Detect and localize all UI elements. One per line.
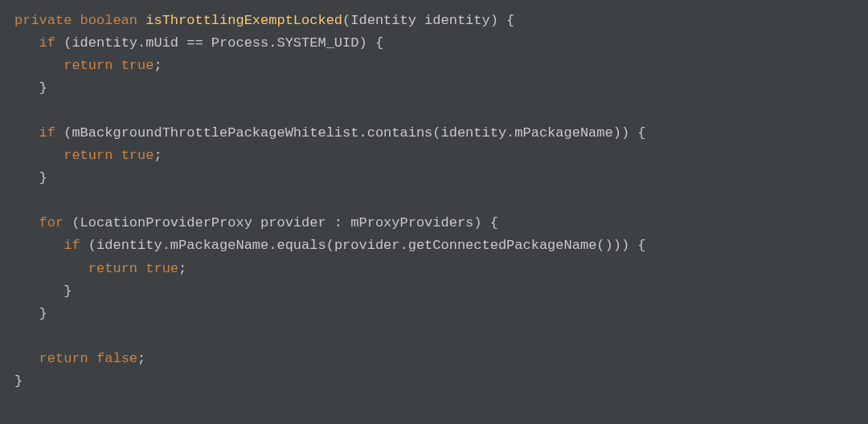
brace: } xyxy=(63,283,72,299)
code-text: (identity.mUid == Process.SYSTEM_UID) { xyxy=(55,35,383,51)
code-text: (mBackgroundThrottlePackageWhitelist.con… xyxy=(55,125,646,141)
keyword-return: return true xyxy=(63,148,154,163)
code-text: ; xyxy=(154,148,162,163)
keyword-if: if xyxy=(39,125,55,141)
method-name: isThrottlingExemptLocked xyxy=(145,13,342,28)
keyword-modifier: private boolean xyxy=(14,13,137,28)
code-block: private boolean isThrottlingExemptLocked… xyxy=(14,10,854,393)
keyword-return: return false xyxy=(39,351,137,366)
keyword-return: return true xyxy=(88,261,178,276)
brace: } xyxy=(39,170,47,186)
code-text: ; xyxy=(154,58,162,73)
code-text: ; xyxy=(137,351,145,366)
keyword-return: return true xyxy=(63,58,154,73)
keyword-if: if xyxy=(39,35,55,51)
keyword-for: for xyxy=(39,215,64,230)
code-text: ; xyxy=(178,261,186,276)
brace: } xyxy=(14,373,23,389)
code-text: (Identity identity) { xyxy=(342,13,514,28)
code-text: (LocationProviderProxy provider : mProxy… xyxy=(63,215,498,230)
keyword-if: if xyxy=(63,238,80,253)
code-text: (identity.mPackageName.equals(provider.g… xyxy=(80,238,646,253)
brace: } xyxy=(39,306,47,321)
brace: } xyxy=(39,80,47,96)
